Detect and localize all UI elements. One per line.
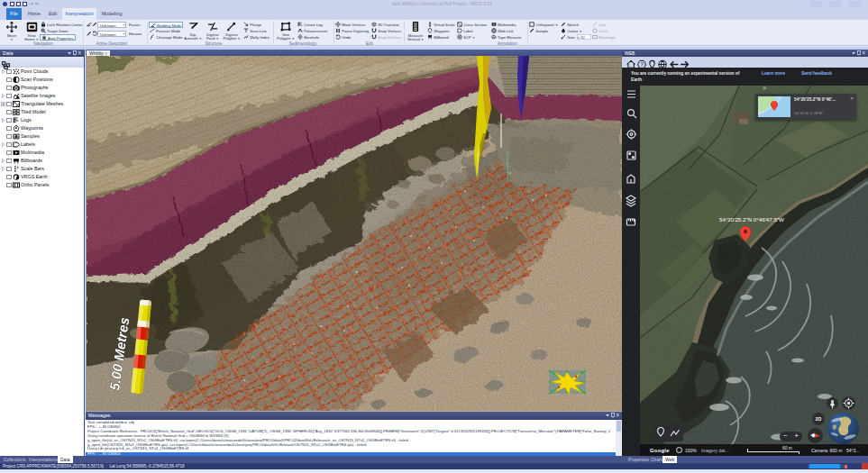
svg-text:54°20'25.2"N 0°46'47.5"W: 54°20'25.2"N 0°46'47.5"W	[719, 216, 784, 223]
svg-text:?: ?	[640, 61, 644, 68]
